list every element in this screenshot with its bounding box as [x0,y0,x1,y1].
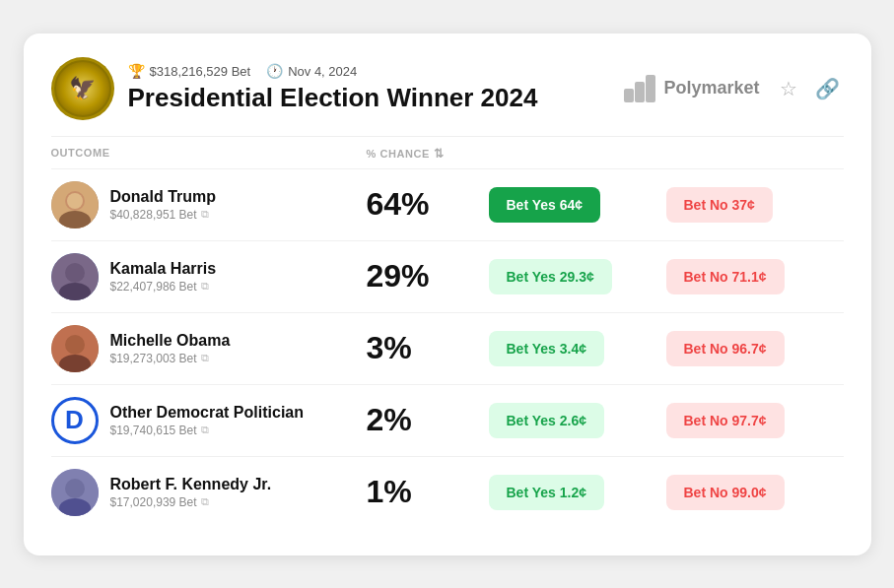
bet-yes-button-trump[interactable]: Bet Yes 64¢ [489,187,601,223]
bet-no-button-trump[interactable]: Bet No 37¢ [666,187,773,223]
candidate-name-wrap-trump: Donald Trump $40,828,951 Bet ⧉ [110,188,217,222]
copy-icon-kennedy: ⧉ [201,495,209,508]
candidate-bet-dem: $19,740,615 Bet ⧉ [110,424,305,437]
svg-point-11 [65,335,85,355]
market-date: Nov 4, 2024 [288,64,357,79]
bet-yes-button-harris[interactable]: Bet Yes 29.3¢ [489,259,612,294]
sort-icon[interactable]: ⇅ [434,147,445,161]
header-right: Polymarket ☆ 🔗 [624,73,843,104]
bet-yes-button-obama[interactable]: Bet Yes 3.4¢ [489,331,604,366]
bet-buttons-kennedy: Bet Yes 1.2¢ [489,475,666,510]
bet-buttons-obama: Bet Yes 3.4¢ [489,331,666,366]
avatar-obama [51,325,99,372]
chance-pct-kennedy: 1% [367,474,489,510]
polymarket-logo-icon [624,75,655,102]
candidate-info-dem: D Other Democrat Politician $19,740,615 … [51,397,367,444]
avatar-dem: D [51,397,99,444]
candidate-name-harris: Kamala Harris [110,260,217,278]
header: 🦅 🏆 $318,216,529 Bet 🕐 Nov 4, 2024 Presi… [51,57,844,120]
copy-icon-harris: ⧉ [201,280,209,293]
candidate-info-obama: Michelle Obama $19,273,003 Bet ⧉ [51,325,367,372]
candidate-name-obama: Michelle Obama [110,332,231,350]
bet-no-buttons-dem: Bet No 97.7¢ [666,403,844,438]
bet-no-col-header [666,147,844,161]
date-meta: 🕐 Nov 4, 2024 [266,63,357,79]
avatar-trump [51,181,99,229]
header-meta: 🏆 $318,216,529 Bet 🕐 Nov 4, 2024 Preside… [128,63,538,113]
bet-yes-button-kennedy[interactable]: Bet Yes 1.2¢ [489,475,604,510]
header-meta-top: 🏆 $318,216,529 Bet 🕐 Nov 4, 2024 [128,63,538,79]
bet-no-buttons-obama: Bet No 96.7¢ [666,331,844,366]
header-divider [51,136,844,137]
polymarket-label: Polymarket [663,78,759,98]
candidate-name-wrap-kennedy: Robert F. Kennedy Jr. $17,020,939 Bet ⧉ [110,476,272,509]
bet-yes-col-header [489,147,666,161]
candidate-name-dem: Other Democrat Politician [110,404,305,422]
candidate-name-wrap-obama: Michelle Obama $19,273,003 Bet ⧉ [110,332,231,365]
bet-buttons-dem: Bet Yes 2.6¢ [489,403,666,438]
candidate-bet-harris: $22,407,986 Bet ⧉ [110,280,217,294]
bet-no-button-kennedy[interactable]: Bet No 99.0¢ [666,475,785,510]
table-row: Robert F. Kennedy Jr. $17,020,939 Bet ⧉ … [51,456,844,528]
bet-no-buttons-harris: Bet No 71.1¢ [666,259,844,294]
favorite-button[interactable]: ☆ [776,73,801,104]
candidate-bet-kennedy: $17,020,939 Bet ⧉ [110,495,272,509]
header-actions: ☆ 🔗 [776,73,844,104]
outcomes-table: Donald Trump $40,828,951 Bet ⧉ 64% Bet Y… [51,168,844,528]
copy-icon-obama: ⧉ [201,352,209,364]
svg-rect-1 [635,82,645,102]
bet-no-buttons-trump: Bet No 37¢ [666,187,844,223]
svg-rect-0 [624,89,634,102]
candidate-name-trump: Donald Trump [110,188,217,206]
presidential-seal: 🦅 [51,57,114,120]
bet-no-buttons-kennedy: Bet No 99.0¢ [666,475,844,510]
chance-pct-obama: 3% [367,330,489,366]
svg-point-14 [65,479,85,498]
chance-col-header: % CHANCE ⇅ [367,147,489,161]
share-link-button[interactable]: 🔗 [811,73,844,104]
bet-yes-button-dem[interactable]: Bet Yes 2.6¢ [489,403,604,438]
bet-no-button-dem[interactable]: Bet No 97.7¢ [666,403,785,438]
table-row: Donald Trump $40,828,951 Bet ⧉ 64% Bet Y… [51,168,844,240]
chance-pct-dem: 2% [367,402,489,438]
outcome-col-header: OUTCOME [51,147,367,161]
chance-pct-trump: 64% [367,186,489,223]
bet-amount: $318,216,529 Bet [150,64,251,79]
trophy-icon: 🏆 [128,63,145,79]
copy-icon-trump: ⧉ [201,208,209,221]
svg-point-6 [67,193,83,209]
bet-no-button-obama[interactable]: Bet No 96.7¢ [666,331,785,366]
avatar-harris [51,253,99,300]
candidate-info-kennedy: Robert F. Kennedy Jr. $17,020,939 Bet ⧉ [51,469,367,516]
clock-icon: 🕐 [266,63,283,79]
bet-no-button-harris[interactable]: Bet No 71.1¢ [666,259,785,294]
market-title: Presidential Election Winner 2024 [128,83,538,113]
market-card: 🦅 🏆 $318,216,529 Bet 🕐 Nov 4, 2024 Presi… [24,33,871,555]
chance-pct-harris: 29% [367,258,489,294]
candidate-name-wrap-dem: Other Democrat Politician $19,740,615 Be… [110,404,305,437]
table-row: D Other Democrat Politician $19,740,615 … [51,384,844,456]
table-header: OUTCOME % CHANCE ⇅ [51,147,844,168]
table-row: Michelle Obama $19,273,003 Bet ⧉ 3% Bet … [51,312,844,384]
svg-point-8 [65,263,85,283]
candidate-bet-obama: $19,273,003 Bet ⧉ [110,352,231,365]
bet-buttons-trump: Bet Yes 64¢ [489,187,666,223]
candidate-name-kennedy: Robert F. Kennedy Jr. [110,476,272,493]
candidate-info-trump: Donald Trump $40,828,951 Bet ⧉ [51,181,367,229]
candidate-info-harris: Kamala Harris $22,407,986 Bet ⧉ [51,253,367,300]
avatar-kennedy [51,469,99,516]
svg-rect-2 [646,75,655,102]
header-left: 🦅 🏆 $318,216,529 Bet 🕐 Nov 4, 2024 Presi… [51,57,538,120]
bet-amount-meta: 🏆 $318,216,529 Bet [128,63,251,79]
polymarket-brand: Polymarket [624,75,759,102]
table-row: Kamala Harris $22,407,986 Bet ⧉ 29% Bet … [51,240,844,312]
candidate-name-wrap-harris: Kamala Harris $22,407,986 Bet ⧉ [110,260,217,294]
copy-icon-dem: ⧉ [201,424,209,436]
bet-buttons-harris: Bet Yes 29.3¢ [489,259,666,294]
candidate-bet-trump: $40,828,951 Bet ⧉ [110,208,217,222]
